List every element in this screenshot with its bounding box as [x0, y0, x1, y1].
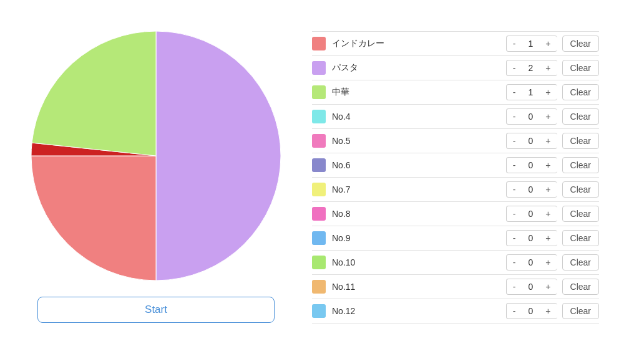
count-display: 0 [522, 230, 539, 246]
color-swatch [312, 134, 326, 148]
start-button[interactable]: Start [37, 297, 275, 323]
increment-button[interactable]: + [539, 206, 557, 222]
color-swatch [312, 183, 326, 196]
clear-button[interactable]: Clear [562, 206, 599, 222]
count-display: 0 [522, 279, 539, 295]
control-group: -0+Clear [506, 279, 599, 295]
control-group: -0+Clear [506, 230, 599, 246]
list-item: No.11-0+Clear [312, 275, 599, 299]
increment-button[interactable]: + [539, 181, 557, 198]
control-group: -0+Clear [506, 133, 599, 149]
list-item: No.12-0+Clear [312, 299, 599, 323]
decrement-button[interactable]: - [506, 303, 522, 319]
item-label: No.8 [332, 209, 506, 219]
increment-button[interactable]: + [539, 230, 557, 246]
count-display: 0 [522, 157, 539, 173]
color-swatch [312, 110, 326, 123]
decrement-button[interactable]: - [506, 254, 522, 271]
control-group: -0+Clear [506, 206, 599, 222]
item-label: No.12 [332, 306, 506, 316]
control-group: -0+Clear [506, 181, 599, 198]
decrement-button[interactable]: - [506, 84, 522, 100]
count-display: 0 [522, 133, 539, 149]
decrement-button[interactable]: - [506, 108, 522, 125]
count-display: 1 [522, 84, 539, 100]
increment-button[interactable]: + [539, 279, 557, 295]
item-label: No.10 [332, 257, 506, 267]
color-swatch [312, 304, 326, 318]
item-label: No.4 [332, 112, 506, 122]
control-group: -2+Clear [506, 60, 599, 76]
list-item: 中華-1+Clear [312, 80, 599, 105]
item-label: No.7 [332, 184, 506, 194]
control-group: -0+Clear [506, 157, 599, 173]
clear-button[interactable]: Clear [562, 84, 599, 100]
color-swatch [312, 85, 326, 99]
item-label: 中華 [332, 87, 506, 98]
count-display: 0 [522, 108, 539, 125]
item-label: パスタ [332, 62, 506, 74]
increment-button[interactable]: + [539, 36, 557, 52]
control-group: -1+Clear [506, 84, 599, 100]
decrement-button[interactable]: - [506, 60, 522, 76]
clear-button[interactable]: Clear [562, 254, 599, 271]
list-item: インドカレー-1+Clear [312, 31, 599, 56]
increment-button[interactable]: + [539, 108, 557, 125]
count-display: 2 [522, 60, 539, 76]
clear-button[interactable]: Clear [562, 230, 599, 246]
list-item: No.7-0+Clear [312, 178, 599, 202]
increment-button[interactable]: + [539, 60, 557, 76]
increment-button[interactable]: + [539, 133, 557, 149]
clear-button[interactable]: Clear [562, 157, 599, 173]
decrement-button[interactable]: - [506, 206, 522, 222]
clear-button[interactable]: Clear [562, 181, 599, 198]
decrement-button[interactable]: - [506, 181, 522, 198]
control-group: -1+Clear [506, 36, 599, 52]
control-group: -0+Clear [506, 303, 599, 319]
list-item: No.10-0+Clear [312, 251, 599, 275]
item-label: No.5 [332, 136, 506, 146]
count-display: 0 [522, 181, 539, 198]
count-display: 0 [522, 254, 539, 271]
decrement-button[interactable]: - [506, 230, 522, 246]
color-swatch [312, 231, 326, 245]
control-group: -0+Clear [506, 108, 599, 125]
clear-button[interactable]: Clear [562, 303, 599, 319]
decrement-button[interactable]: - [506, 36, 522, 52]
control-group: -0+Clear [506, 254, 599, 271]
item-label: No.6 [332, 160, 506, 170]
color-swatch [312, 37, 326, 50]
color-swatch [312, 207, 326, 221]
color-swatch [312, 158, 326, 172]
item-label: No.11 [332, 282, 506, 292]
clear-button[interactable]: Clear [562, 108, 599, 125]
list-item: No.8-0+Clear [312, 202, 599, 226]
right-panel: インドカレー-1+Clearパスタ-2+Clear中華-1+ClearNo.4-… [312, 31, 599, 323]
count-display: 0 [522, 303, 539, 319]
increment-button[interactable]: + [539, 157, 557, 173]
count-display: 1 [522, 36, 539, 52]
item-label: インドカレー [332, 38, 506, 49]
list-item: No.9-0+Clear [312, 226, 599, 251]
count-display: 0 [522, 206, 539, 222]
pie-chart [25, 25, 287, 287]
clear-button[interactable]: Clear [562, 279, 599, 295]
decrement-button[interactable]: - [506, 133, 522, 149]
clear-button[interactable]: Clear [562, 133, 599, 149]
list-item: No.6-0+Clear [312, 153, 599, 178]
increment-button[interactable]: + [539, 303, 557, 319]
color-swatch [312, 280, 326, 294]
color-swatch [312, 256, 326, 269]
list-item: No.4-0+Clear [312, 105, 599, 129]
increment-button[interactable]: + [539, 84, 557, 100]
item-label: No.9 [332, 233, 506, 243]
left-panel: Start [25, 25, 287, 323]
clear-button[interactable]: Clear [562, 60, 599, 76]
decrement-button[interactable]: - [506, 157, 522, 173]
increment-button[interactable]: + [539, 254, 557, 271]
list-item: パスタ-2+Clear [312, 56, 599, 80]
color-swatch [312, 61, 326, 75]
clear-button[interactable]: Clear [562, 36, 599, 52]
decrement-button[interactable]: - [506, 279, 522, 295]
main-container: Start インドカレー-1+Clearパスタ-2+Clear中華-1+Clea… [12, 12, 612, 336]
